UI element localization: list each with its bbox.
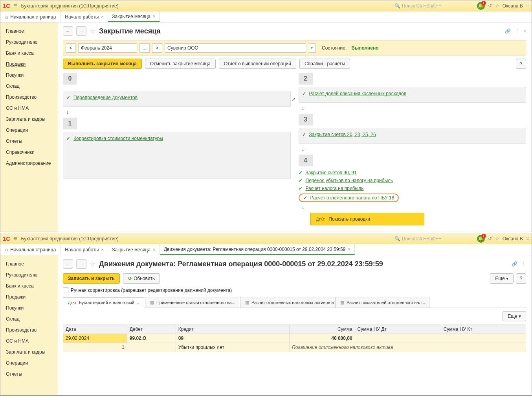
search-input[interactable]: 🔍 Поиск Ctrl+Shift+F	[394, 236, 473, 242]
close-icon[interactable]: ×	[101, 247, 104, 253]
operation-link[interactable]: Расчет налога на прибыль	[306, 186, 364, 191]
chevron-down-icon[interactable]: ▼	[308, 43, 316, 53]
sidebar-item-bank[interactable]: Банк и касса	[0, 280, 57, 291]
close-icon[interactable]: ×	[153, 14, 156, 19]
operation-link[interactable]: Перенос убытков по налогу на прибыль	[306, 178, 393, 183]
tab-month-close[interactable]: Закрытие месяца ×	[108, 11, 160, 22]
col-credit[interactable]: Кредит	[176, 325, 289, 334]
close-icon[interactable]: ×	[153, 247, 156, 253]
next-period-button[interactable]: >	[152, 43, 162, 53]
close-icon[interactable]: ×	[101, 14, 104, 20]
sidebar-item-admin[interactable]: Администрирование	[0, 158, 57, 169]
link-icon[interactable]: 🔗	[505, 28, 511, 34]
sidebar-item-assets[interactable]: ОС и НМА	[0, 103, 57, 114]
subtab-deferred-assets[interactable]: ▦ Расчет отложенных налоговых активов и …	[240, 297, 334, 308]
table-row[interactable]: 29.02.2024 99.02.О 09 40 000,00	[63, 334, 526, 343]
operation-link[interactable]: Расчет отложенного налога по ПБУ 18	[310, 195, 394, 201]
prev-period-button[interactable]: <	[66, 43, 76, 53]
manual-edit-checkbox[interactable]	[63, 288, 68, 293]
sidebar-item-operations[interactable]: Операции	[0, 358, 57, 369]
sidebar-item-sales[interactable]: Продажи	[0, 59, 57, 70]
tab-month-close[interactable]: Закрытие месяца ×	[108, 244, 160, 255]
close-icon[interactable]: ×	[523, 28, 526, 34]
tab-home[interactable]: ⌂ Начальная страница	[0, 244, 61, 255]
sidebar-item-catalogs[interactable]: Справочники	[0, 147, 57, 158]
sidebar-item-purchases[interactable]: Покупки	[0, 302, 57, 313]
col-sum-nu-dt[interactable]: Сумма НУ Дт	[355, 325, 441, 334]
references-button[interactable]: Справки - расчеты	[299, 59, 350, 69]
history-icon[interactable]: ↺	[488, 236, 492, 242]
star-icon[interactable]: ☆	[495, 236, 499, 242]
nav-forward-button[interactable]: →	[76, 26, 86, 36]
sidebar-item-assets[interactable]: ОС и НМА	[0, 336, 57, 347]
highlighted-operation[interactable]: ✓ Расчет отложенного налога по ПБУ 18	[299, 194, 399, 202]
operation-link[interactable]: Закрытие счетов 90, 91	[306, 170, 357, 175]
user-name[interactable]: Оксана В	[503, 3, 523, 9]
favorite-star-icon[interactable]: ☆	[90, 27, 96, 35]
history-icon[interactable]: ↺	[488, 3, 492, 9]
save-and-close-button[interactable]: Записать и закрыть	[63, 273, 120, 284]
more-button[interactable]: Еще ▾	[490, 273, 514, 284]
col-sum[interactable]: Сумма	[290, 325, 355, 334]
kebab-icon[interactable]: ⋮	[515, 28, 519, 34]
sidebar-item-sales[interactable]: Продажи	[0, 291, 57, 302]
search-input[interactable]: 🔍 Поиск Ctrl+Shift+F	[394, 3, 473, 9]
col-date[interactable]: Дата	[63, 325, 127, 334]
sidebar-item-production[interactable]: Производство	[0, 324, 57, 336]
tab-document-movements[interactable]: Движения документа: Регламентная операци…	[160, 244, 355, 255]
tab-start[interactable]: Начало работы ×	[61, 11, 108, 22]
sidebar-item-reports[interactable]: Отчеты	[0, 136, 57, 147]
operation-link[interactable]: Закрытие счетов 20, 23, 25, 26	[309, 132, 376, 137]
organization-select[interactable]: Сувенир ООО	[165, 43, 306, 53]
tab-start[interactable]: Начало работы ×	[61, 244, 108, 255]
period-input[interactable]: Февраль 2024	[78, 43, 137, 53]
col-debit[interactable]: Дебет	[127, 325, 176, 334]
sidebar-item-manager[interactable]: Руководителю	[0, 269, 57, 280]
link-icon[interactable]: 🔗	[512, 261, 517, 267]
notification-bell-icon[interactable]: 🔔	[477, 2, 485, 10]
sidebar-item-hr[interactable]: Зарплата и кадры	[0, 114, 57, 125]
menu-icon[interactable]: ≡	[13, 2, 17, 9]
sidebar-item-reports[interactable]: Отчеты	[0, 369, 57, 380]
operation-link[interactable]: Корректировка стоимости номенклатуры	[73, 136, 163, 141]
sidebar-item-purchases[interactable]: Покупки	[0, 70, 57, 81]
user-name[interactable]: Оксана В	[503, 236, 523, 242]
operations-report-button[interactable]: Отчет о выполнении операций	[219, 59, 296, 69]
tab-home[interactable]: ⌂ Начальная страница	[0, 11, 61, 22]
nav-back-button[interactable]: ←	[63, 26, 73, 36]
col-sum-nu-kt[interactable]: Сумма НУ Кт	[441, 325, 526, 334]
sidebar-item-warehouse[interactable]: Склад	[0, 81, 57, 92]
sidebar-item-main[interactable]: Главное	[0, 26, 57, 37]
sidebar-item-operations[interactable]: Операции	[0, 125, 57, 136]
subtab-accounting[interactable]: ДтКт Бухгалтерский и налоговый ...	[63, 297, 144, 308]
table-row[interactable]: 1 Убытки прошлых лет Погашение отложенно…	[63, 343, 526, 352]
kebab-icon[interactable]: ⋮	[521, 261, 526, 267]
operation-link[interactable]: Расчет долей списания косвенных расходов	[309, 91, 407, 96]
subtab-deferred-calc[interactable]: ▦ Расчет показателей отложенного нал...	[335, 297, 429, 308]
refresh-button[interactable]: ⟳ Обновить	[123, 273, 160, 284]
cancel-close-month-button[interactable]: Отменить закрытие месяца	[145, 59, 216, 69]
operation-link[interactable]: Перепроведение документов	[73, 95, 138, 100]
nav-forward-button[interactable]: →	[76, 259, 86, 269]
sidebar-item-manager[interactable]: Руководителю	[0, 37, 57, 48]
notification-bell-icon[interactable]: 🔔	[477, 235, 485, 243]
sidebar-item-hr[interactable]: Зарплата и кадры	[0, 347, 57, 358]
close-icon[interactable]: ×	[348, 247, 350, 252]
help-button[interactable]: ?	[516, 273, 526, 284]
panel-toggle-icon[interactable]: ≡	[526, 3, 529, 9]
sidebar-item-bank[interactable]: Банк и касса	[0, 48, 57, 59]
context-menu-show-entries[interactable]: ДтКт Показать проводки	[310, 213, 424, 225]
panel-toggle-icon[interactable]: ≡	[526, 236, 529, 242]
run-close-month-button[interactable]: Выполнить закрытие месяца	[63, 59, 142, 69]
nav-back-button[interactable]: ←	[63, 259, 73, 269]
star-icon[interactable]: ☆	[495, 3, 499, 9]
sidebar-item-production[interactable]: Производство	[0, 92, 57, 103]
subtab-rates[interactable]: ▦ Примененные ставки отложенного на...	[145, 297, 239, 308]
favorite-star-icon[interactable]: ☆	[90, 260, 96, 268]
menu-icon[interactable]: ≡	[13, 235, 17, 242]
more-button[interactable]: Еще ▾	[503, 311, 526, 321]
help-button[interactable]: ?	[516, 59, 526, 69]
period-select-button[interactable]: …	[139, 43, 150, 53]
sidebar-item-warehouse[interactable]: Склад	[0, 313, 57, 324]
sidebar-item-main[interactable]: Главное	[0, 258, 57, 269]
